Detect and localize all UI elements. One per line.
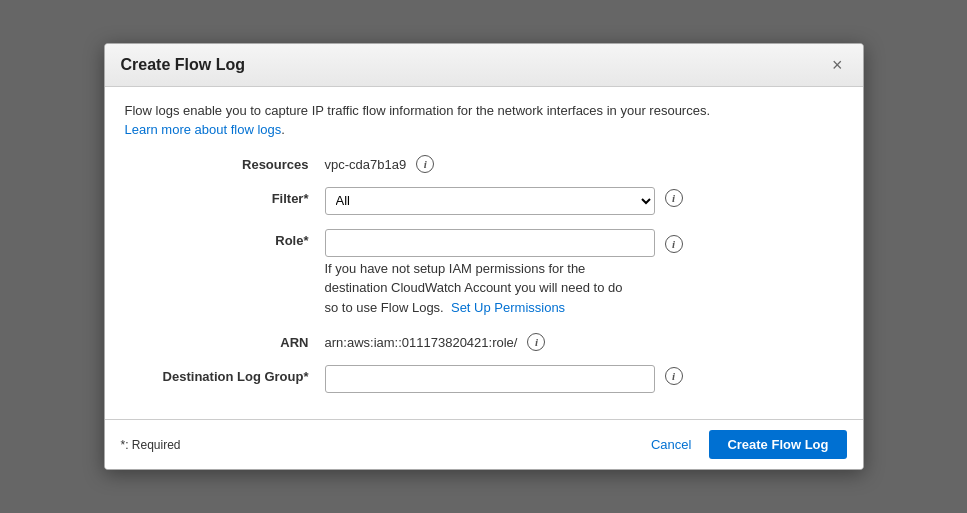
- resources-content: vpc-cda7b1a9 i: [325, 153, 843, 173]
- filter-info-icon[interactable]: i: [665, 189, 683, 207]
- create-flow-log-button[interactable]: Create Flow Log: [709, 430, 846, 459]
- role-input-row: i: [325, 229, 683, 257]
- dest-log-group-required-star: *: [303, 369, 308, 384]
- arn-value: arn:aws:iam::011173820421:role/: [325, 331, 518, 350]
- learn-more-line: Learn more about flow logs.: [125, 122, 843, 137]
- filter-row: Filter* All Accept Reject i: [125, 187, 843, 215]
- dialog-header: Create Flow Log ×: [105, 44, 863, 87]
- footer-buttons: Cancel Create Flow Log: [641, 430, 847, 459]
- resources-row: Resources vpc-cda7b1a9 i: [125, 153, 843, 173]
- role-content: i If you have not setup IAM permissions …: [325, 229, 843, 318]
- arn-row: ARN arn:aws:iam::011173820421:role/ i: [125, 331, 843, 351]
- close-button[interactable]: ×: [828, 56, 847, 74]
- dest-log-group-info-icon[interactable]: i: [665, 367, 683, 385]
- cancel-button[interactable]: Cancel: [641, 431, 701, 458]
- role-info-icon[interactable]: i: [665, 235, 683, 253]
- dialog-title: Create Flow Log: [121, 56, 245, 74]
- dest-log-group-row: Destination Log Group* i: [125, 365, 843, 393]
- required-note: *: Required: [121, 438, 181, 452]
- resources-info-icon[interactable]: i: [416, 155, 434, 173]
- filter-required-star: *: [303, 191, 308, 206]
- filter-select[interactable]: All Accept Reject: [325, 187, 655, 215]
- role-required-star: *: [303, 233, 308, 248]
- arn-content: arn:aws:iam::011173820421:role/ i: [325, 331, 843, 351]
- dest-log-group-content: i: [325, 365, 843, 393]
- arn-label: ARN: [125, 331, 325, 350]
- iam-note: If you have not setup IAM permissions fo…: [325, 257, 635, 318]
- dialog-footer: *: Required Cancel Create Flow Log: [105, 419, 863, 469]
- dest-log-group-label: Destination Log Group*: [125, 365, 325, 384]
- filter-content: All Accept Reject i: [325, 187, 843, 215]
- learn-more-period: .: [281, 122, 285, 137]
- form-section: Resources vpc-cda7b1a9 i Filter* All Acc…: [125, 153, 843, 394]
- arn-info-icon[interactable]: i: [527, 333, 545, 351]
- create-flow-log-dialog: Create Flow Log × Flow logs enable you t…: [104, 43, 864, 471]
- learn-more-link[interactable]: Learn more about flow logs: [125, 122, 282, 137]
- dialog-body: Flow logs enable you to capture IP traff…: [105, 87, 863, 420]
- resources-value: vpc-cda7b1a9: [325, 153, 407, 172]
- role-row: Role* i If you have not setup IAM permis…: [125, 229, 843, 318]
- resources-label: Resources: [125, 153, 325, 172]
- setup-permissions-link[interactable]: Set Up Permissions: [451, 300, 565, 315]
- filter-label: Filter*: [125, 187, 325, 206]
- role-input[interactable]: [325, 229, 655, 257]
- description-text: Flow logs enable you to capture IP traff…: [125, 103, 843, 118]
- dest-log-group-input[interactable]: [325, 365, 655, 393]
- role-label: Role*: [125, 229, 325, 248]
